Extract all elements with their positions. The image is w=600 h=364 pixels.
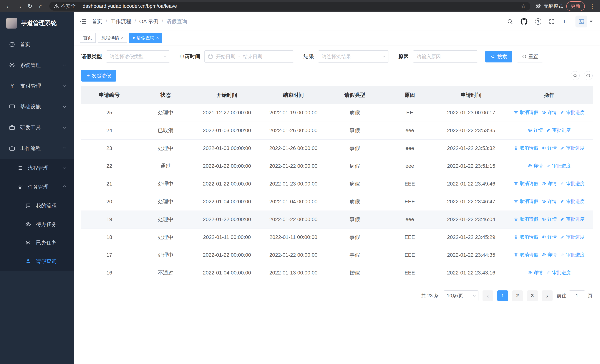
cancel-leave-link[interactable]: 取消请假 [514, 216, 538, 222]
detail-link[interactable]: 详情 [542, 252, 557, 258]
reason-input[interactable] [413, 50, 478, 63]
progress-link[interactable]: 审批进度 [560, 198, 584, 205]
cancel-leave-link[interactable]: 取消请假 [514, 234, 538, 240]
progress-link[interactable]: 审批进度 [560, 145, 584, 151]
progress-link[interactable]: 审批进度 [546, 127, 571, 133]
apply-time-range[interactable]: 开始日期 - 结束日期 [204, 50, 294, 63]
sidebar-item-my-process[interactable]: 我的流程 [0, 196, 74, 215]
sidebar-item-devtools[interactable]: 研发工具 [0, 117, 74, 138]
cancel-leave-link[interactable]: 取消请假 [514, 180, 538, 187]
goto-page-input[interactable] [569, 290, 585, 301]
detail-link[interactable]: 详情 [542, 109, 557, 115]
cell-applied: 2022-01-22 23:46:47 [437, 193, 506, 211]
reset-button[interactable]: 重置 [517, 51, 543, 63]
sidebar-item-process-mgmt[interactable]: 流程管理 [0, 159, 74, 177]
table-row: 19 处理中 2022-01-22 00:00:00 2022-01-22 00… [81, 211, 593, 228]
progress-link[interactable]: 审批进度 [560, 234, 584, 240]
row-actions: 取消请假详情审批进度 [506, 211, 593, 228]
result-select[interactable]: 请选择流结果 [318, 50, 389, 63]
close-icon[interactable]: × [121, 36, 124, 40]
page-button-3[interactable]: 3 [527, 290, 538, 301]
table-toolbar: + 发起请假 [81, 70, 593, 82]
tab-leave-query[interactable]: 请假查询 × [129, 33, 162, 43]
pen-icon [546, 163, 551, 168]
sidebar-item-infra[interactable]: 基础设施 [0, 96, 74, 117]
progress-link[interactable]: 审批进度 [546, 163, 571, 169]
browser-menu-icon[interactable]: ⋮ [588, 3, 596, 10]
user-menu[interactable] [576, 16, 593, 28]
row-actions: 详情审批进度 [506, 264, 593, 282]
sidebar-item-leave-query[interactable]: 请假查询 [0, 252, 74, 271]
url-bar[interactable]: 不安全 dashboard.yudao.iocoder.cn/bpm/oa/le… [49, 2, 530, 10]
tab-process-detail[interactable]: 流程详情 × [98, 33, 127, 43]
sidebar-item-system[interactable]: 系统管理 [0, 55, 74, 76]
page-size-select[interactable]: 10条/页 [444, 290, 478, 301]
search-button[interactable]: 搜索 [485, 51, 512, 63]
sidebar-item-task-mgmt[interactable]: 任务管理 [0, 177, 74, 196]
cell-start: 2022-01-22 00:00:00 [194, 157, 260, 175]
page-button-1[interactable]: 1 [497, 290, 508, 301]
sidebar-item-todo-tasks[interactable]: 待办任务 [0, 215, 74, 233]
detail-link[interactable]: 详情 [542, 198, 557, 205]
toggle-search-button[interactable] [571, 71, 580, 80]
cancel-leave-link[interactable]: 取消请假 [514, 198, 538, 205]
search-icon[interactable] [507, 18, 513, 25]
font-size-icon[interactable]: TT [562, 18, 568, 25]
detail-link[interactable]: 详情 [542, 234, 557, 240]
detail-link[interactable]: 详情 [527, 127, 543, 133]
breadcrumb-item-workflow[interactable]: 工作流程 [111, 18, 131, 25]
url-text[interactable]: dashboard.yudao.iocoder.cn/bpm/oa/leave [83, 3, 521, 9]
row-actions: 取消请假详情审批进度 [506, 228, 593, 246]
sidebar-item-workflow[interactable]: 工作流程 [0, 138, 74, 159]
sidebar-item-payment[interactable]: ¥ 支付管理 [0, 76, 74, 96]
detail-link[interactable]: 详情 [542, 145, 557, 151]
detail-link[interactable]: 详情 [527, 163, 543, 169]
forward-button[interactable]: → [14, 1, 24, 11]
page-button-2[interactable]: 2 [512, 290, 523, 301]
progress-link[interactable]: 审批进度 [546, 270, 571, 276]
fullscreen-icon[interactable] [549, 18, 555, 25]
row-actions: 详情审批进度 [506, 121, 593, 139]
cell-end: 2022-01-26 00:00:00 [260, 121, 327, 139]
progress-link[interactable]: 审批进度 [560, 109, 584, 115]
refresh-table-button[interactable] [584, 71, 593, 80]
cell-type: 事假 [327, 228, 383, 246]
github-icon[interactable] [521, 18, 527, 25]
close-icon[interactable]: × [156, 36, 159, 40]
tab-home[interactable]: 首页 [80, 33, 96, 43]
cell-start: 2022-01-03 00:00:00 [194, 139, 260, 157]
cell-start: 2022-01-22 00:00:00 [194, 211, 260, 228]
leave-type-label: 请假类型 [81, 53, 102, 60]
help-icon[interactable]: ? [535, 18, 541, 25]
detail-link[interactable]: 详情 [527, 270, 543, 276]
breadcrumb-item-oa[interactable]: OA 示例 [139, 18, 159, 25]
leave-type-select[interactable]: 请选择请假类型 [106, 50, 170, 63]
prev-page-button[interactable]: ‹ [483, 290, 493, 301]
progress-link[interactable]: 审批进度 [560, 252, 584, 258]
sidebar-item-home[interactable]: 首页 [0, 34, 74, 55]
detail-link[interactable]: 详情 [542, 180, 557, 187]
create-leave-button[interactable]: + 发起请假 [81, 70, 116, 82]
breadcrumb-item-home[interactable]: 首页 [92, 18, 102, 25]
sidebar-item-label: 基础设施 [20, 103, 41, 110]
progress-link[interactable]: 审批进度 [560, 216, 584, 222]
cell-start: 2022-01-03 00:00:00 [194, 121, 260, 139]
sidebar-item-done-tasks[interactable]: 已办任务 [0, 233, 74, 252]
bookmark-star-icon[interactable]: ☆ [521, 3, 526, 9]
calendar-icon [208, 54, 213, 59]
back-button[interactable]: ← [4, 1, 13, 11]
progress-link[interactable]: 审批进度 [560, 180, 584, 187]
cancel-leave-link[interactable]: 取消请假 [514, 145, 538, 151]
sidebar-item-label: 已办任务 [36, 239, 57, 246]
cell-applied: 2022-01-22 23:46:04 [437, 211, 506, 228]
update-button[interactable]: 更新 [566, 1, 585, 11]
user-avatar[interactable] [576, 16, 587, 28]
sidebar-toggle-icon[interactable] [79, 18, 87, 25]
reload-button[interactable]: ↻ [25, 1, 35, 11]
detail-link[interactable]: 详情 [542, 216, 557, 222]
security-warning[interactable]: 不安全 [54, 3, 76, 9]
cancel-leave-link[interactable]: 取消请假 [514, 252, 538, 258]
next-page-button[interactable]: › [542, 290, 553, 301]
home-button[interactable]: ⌂ [36, 1, 46, 11]
cancel-leave-link[interactable]: 取消请假 [514, 109, 538, 115]
